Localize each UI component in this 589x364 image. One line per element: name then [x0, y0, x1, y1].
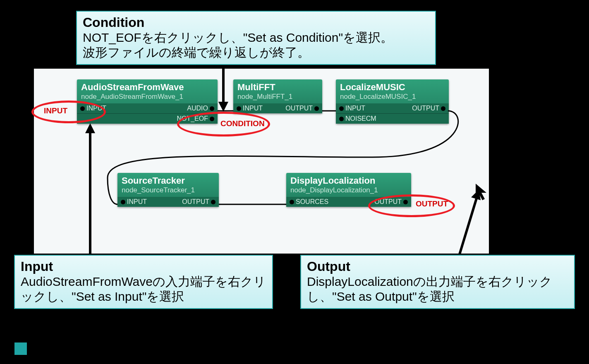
port-output-dot[interactable]: [314, 106, 319, 111]
port-label: INPUT: [345, 105, 365, 112]
node-title: SourceTracker: [122, 175, 215, 186]
callout-title: Input: [21, 259, 266, 274]
node-sourcetracker[interactable]: SourceTracker node_SourceTracker_1 INPUT…: [117, 173, 219, 207]
callout-body: DisplayLocalizationの出力端子を右クリックし、"Set as …: [307, 274, 568, 304]
callout-condition: Condition NOT_EOFを右クリックし、"Set as Conditi…: [76, 11, 436, 65]
callout-body: 波形ファイルの終端で繰り返しが終了。: [83, 45, 429, 60]
port-label: INPUT: [127, 198, 147, 206]
node-multifft[interactable]: MultiFFT node_MultiFFT_1 INPUT OUTPUT: [233, 79, 322, 113]
port-input-dot[interactable]: [339, 106, 344, 111]
port-label: NOISECM: [345, 115, 376, 122]
callout-body: AudioStreamFromWaveの入力端子を右クリックし、"Set as …: [21, 274, 266, 304]
port-output-dot[interactable]: [210, 106, 214, 111]
callout-title: Output: [307, 259, 568, 274]
node-subtitle: node_SourceTracker_1: [122, 186, 215, 196]
node-title: AudioStreamFromWave: [81, 82, 213, 93]
port-input-dot[interactable]: [121, 200, 125, 204]
port-label: OUTPUT: [412, 105, 439, 112]
node-subtitle: node_LocalizeMUSIC_1: [340, 93, 445, 103]
port-output-dot[interactable]: [211, 200, 215, 204]
callout-input: Input AudioStreamFromWaveの入力端子を右クリックし、"S…: [14, 255, 273, 309]
port-label: OUTPUT: [285, 105, 313, 112]
port-label: SOURCES: [296, 198, 328, 206]
port-output-dot[interactable]: [441, 106, 445, 111]
highlight-ring-output: [368, 194, 455, 217]
callout-output: Output DisplayLocalizationの出力端子を右クリックし、"…: [300, 255, 575, 309]
node-title: LocalizeMUSIC: [340, 82, 445, 93]
port-label: OUTPUT: [182, 198, 209, 206]
port-input-dot[interactable]: [237, 106, 241, 111]
node-subtitle: node_DisplayLocalization_1: [290, 186, 407, 196]
callout-title: Condition: [83, 15, 429, 30]
highlight-ring-condition: [177, 112, 270, 136]
node-title: MultiFFT: [237, 82, 318, 93]
node-subtitle: node_AudioStreamFromWave_1: [81, 93, 213, 103]
port-input-dot[interactable]: [339, 117, 344, 121]
node-localizemusic[interactable]: LocalizeMUSIC node_LocalizeMUSIC_1 INPUT…: [336, 79, 449, 124]
node-title: DisplayLocalization: [290, 175, 407, 186]
port-label: AUDIO: [187, 105, 208, 112]
port-label: INPUT: [243, 105, 263, 112]
port-input-dot[interactable]: [290, 200, 294, 204]
highlight-ring-input: [31, 101, 106, 123]
bullet-square-icon: [14, 342, 27, 355]
node-subtitle: node_MultiFFT_1: [237, 93, 318, 103]
callout-body: NOT_EOFを右クリックし、"Set as Condition"を選択。: [83, 30, 429, 45]
